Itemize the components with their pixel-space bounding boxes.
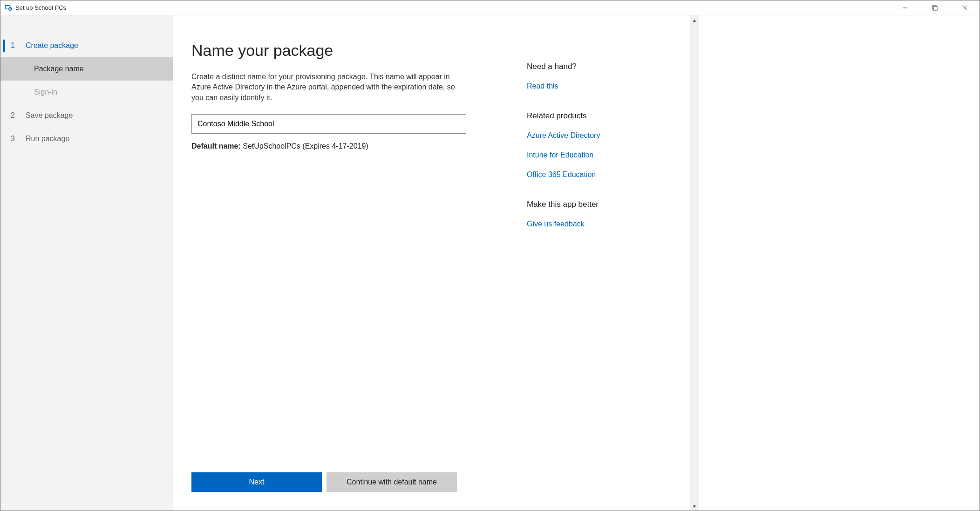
sidebar-sub-sign-in[interactable]: Sign-in	[0, 81, 173, 104]
titlebar: Set up School PCs	[0, 0, 980, 15]
svg-rect-4	[933, 7, 937, 10]
sidebar: 1 Create package Package name Sign-in 2 …	[0, 15, 173, 511]
content: Name your package Create a distinct name…	[173, 15, 980, 511]
help-heading: Need a hand?	[527, 62, 676, 71]
related-link-office[interactable]: Office 365 Education	[527, 167, 676, 182]
default-name-line: Default name: SetUpSchoolPCs (Expires 4-…	[191, 142, 494, 150]
close-button[interactable]	[950, 0, 980, 15]
app-icon	[4, 4, 13, 12]
scroll-up-icon[interactable]: ▲	[690, 15, 699, 25]
package-name-input[interactable]	[191, 114, 466, 134]
next-button[interactable]: Next	[191, 472, 322, 492]
app-body: 1 Create package Package name Sign-in 2 …	[0, 15, 980, 511]
step-label: Save package	[26, 111, 73, 120]
step-label: Run package	[26, 135, 69, 143]
help-link[interactable]: Read this	[527, 79, 676, 94]
related-link-intune[interactable]: Intune for Education	[527, 148, 676, 163]
vertical-scrollbar[interactable]: ▲ ▼	[690, 15, 699, 511]
window-title: Set up School PCs	[15, 4, 66, 11]
maximize-button[interactable]	[920, 0, 950, 15]
feedback-link[interactable]: Give us feedback	[527, 217, 676, 232]
sidebar-sub-package-name[interactable]: Package name	[0, 57, 173, 81]
page-description: Create a distinct name for your provisio…	[191, 72, 466, 103]
main: Name your package Create a distinct name…	[173, 15, 513, 511]
related-link-aad[interactable]: Azure Active Directory	[527, 128, 676, 143]
sidebar-step-run-package[interactable]: 3 Run package	[0, 127, 173, 150]
window-controls	[890, 0, 980, 15]
scroll-down-icon[interactable]: ▼	[690, 501, 699, 511]
page-title: Name your package	[191, 41, 494, 60]
step-number: 3	[11, 135, 26, 143]
sidebar-step-create-package[interactable]: 1 Create package	[0, 34, 173, 57]
titlebar-left: Set up School PCs	[4, 4, 66, 12]
minimize-button[interactable]	[890, 0, 920, 15]
related-heading: Related products	[527, 111, 676, 121]
step-number: 1	[11, 41, 26, 50]
default-name-value: SetUpSchoolPCs (Expires 4-17-2019)	[243, 142, 368, 150]
default-name-label: Default name:	[191, 142, 241, 150]
feedback-heading: Make this app better	[527, 200, 676, 209]
button-row: Next Continue with default name	[191, 463, 494, 492]
continue-default-button[interactable]: Continue with default name	[327, 472, 457, 492]
sidebar-step-save-package[interactable]: 2 Save package	[0, 104, 173, 127]
step-label: Create package	[26, 41, 78, 50]
step-number: 2	[11, 111, 26, 120]
aside: Need a hand? Read this Related products …	[513, 15, 690, 511]
